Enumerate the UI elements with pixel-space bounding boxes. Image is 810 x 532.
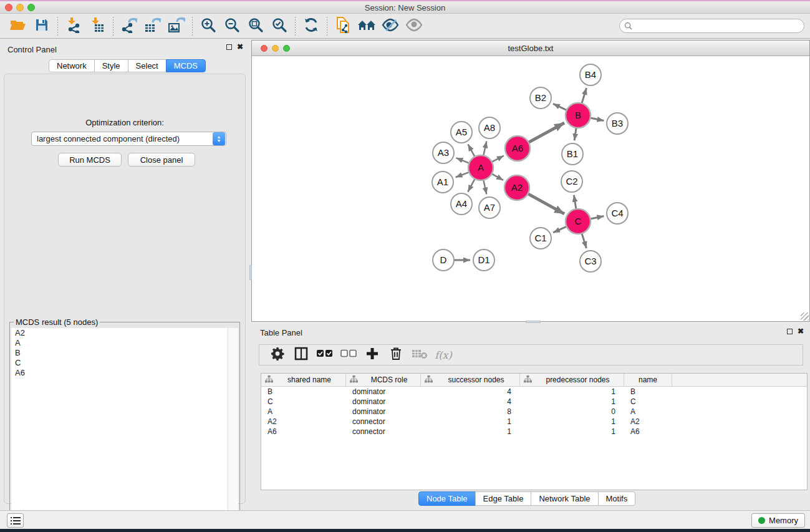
- node-D1[interactable]: D1: [473, 249, 494, 271]
- edge-A2-C[interactable]: [528, 194, 565, 214]
- cell-MCDS-role[interactable]: dominator: [346, 397, 421, 406]
- edge-A-A5[interactable]: [468, 144, 475, 157]
- edge-A-A2[interactable]: [492, 174, 504, 180]
- node-B2[interactable]: B2: [530, 87, 551, 109]
- cell-name[interactable]: A6: [624, 427, 672, 436]
- zoom-in-button[interactable]: [196, 16, 220, 37]
- tab-network[interactable]: Network: [49, 59, 95, 72]
- node-C1[interactable]: C1: [530, 228, 551, 249]
- cell-name[interactable]: A: [624, 407, 672, 416]
- zoom-selected-button[interactable]: [268, 16, 291, 37]
- export-network-button[interactable]: [117, 16, 141, 37]
- table-row[interactable]: A6connector11A6: [261, 427, 807, 437]
- cell-name[interactable]: A2: [624, 417, 672, 426]
- node-C3[interactable]: C3: [580, 251, 601, 272]
- edge-A-A7[interactable]: [483, 180, 486, 195]
- cell-name[interactable]: B: [624, 387, 672, 396]
- save-session-button[interactable]: [30, 16, 54, 37]
- cell-successor-nodes[interactable]: 1: [421, 427, 520, 436]
- close-panel-button[interactable]: Close panel: [128, 153, 195, 167]
- add-column-button[interactable]: [362, 346, 383, 364]
- zoom-fit-button[interactable]: [244, 16, 268, 37]
- mcds-result-item[interactable]: A2: [11, 328, 228, 338]
- table-row[interactable]: Cdominator41C: [261, 397, 807, 407]
- cell-shared-name[interactable]: C: [261, 397, 346, 406]
- float-panel-icon[interactable]: [226, 44, 232, 50]
- delete-column-button[interactable]: [385, 346, 407, 364]
- search-input[interactable]: [632, 21, 804, 31]
- edge-A-A6[interactable]: [492, 156, 504, 162]
- node-A1[interactable]: A1: [432, 172, 453, 193]
- edge-A-A4[interactable]: [468, 179, 475, 192]
- cell-shared-name[interactable]: A6: [261, 427, 346, 436]
- column-header-shared-name[interactable]: shared name: [261, 374, 346, 386]
- edge-B-B2[interactable]: [553, 104, 567, 110]
- run-mcds-button[interactable]: Run MCDS: [58, 153, 122, 167]
- node-B3[interactable]: B3: [607, 113, 628, 134]
- float-panel-icon[interactable]: [787, 329, 793, 334]
- network-window-titlebar[interactable]: testGlobe.txt: [252, 41, 809, 56]
- table-row[interactable]: Bdominator41B: [261, 387, 807, 397]
- column-header-predecessor-nodes[interactable]: predecessor nodes: [520, 374, 624, 386]
- splitpane-handle[interactable]: [526, 321, 541, 323]
- splitpane-handle[interactable]: [249, 265, 252, 280]
- column-visibility-button[interactable]: [291, 346, 312, 364]
- close-panel-icon[interactable]: ✖: [237, 44, 243, 50]
- column-header-successor-nodes[interactable]: successor nodes: [421, 374, 520, 386]
- cell-predecessor-nodes[interactable]: 1: [520, 427, 624, 436]
- table-row[interactable]: A2connector11A2: [261, 417, 807, 427]
- node-C4[interactable]: C4: [607, 203, 628, 224]
- tab-node-table[interactable]: Node Table: [418, 491, 476, 506]
- cell-successor-nodes[interactable]: 4: [421, 387, 520, 396]
- mcds-result-item[interactable]: C: [11, 358, 228, 368]
- cell-successor-nodes[interactable]: 8: [421, 407, 520, 416]
- node-A4[interactable]: A4: [451, 193, 472, 215]
- edge-A-A3[interactable]: [456, 158, 469, 163]
- close-panel-icon[interactable]: ✖: [798, 329, 804, 334]
- node-A[interactable]: A: [468, 155, 493, 180]
- import-table-button[interactable]: [85, 16, 109, 37]
- tab-network-table[interactable]: Network Table: [531, 491, 598, 506]
- open-file-button[interactable]: [6, 16, 30, 37]
- node-A8[interactable]: A8: [479, 117, 500, 138]
- function-builder-button[interactable]: f(x): [433, 346, 454, 364]
- cell-successor-nodes[interactable]: 4: [421, 397, 520, 406]
- cell-shared-name[interactable]: A2: [261, 417, 346, 426]
- network-canvas[interactable]: AA2A6BCA1A3A4A5A7A8B1B2B3B4C1C2C3C4DD1: [252, 56, 809, 321]
- edge-C-C3[interactable]: [582, 233, 586, 248]
- network-graph[interactable]: AA2A6BCA1A3A4A5A7A8B1B2B3B4C1C2C3C4DD1: [252, 56, 809, 321]
- edge-C-C4[interactable]: [591, 216, 604, 219]
- tab-select[interactable]: Select: [128, 59, 166, 72]
- cell-MCDS-role[interactable]: connector: [346, 417, 421, 426]
- node-D[interactable]: D: [433, 249, 454, 271]
- export-table-button[interactable]: [141, 16, 165, 37]
- edge-A6-B[interactable]: [529, 123, 565, 142]
- resize-handle-icon[interactable]: [801, 312, 809, 321]
- node-C2[interactable]: C2: [561, 171, 582, 192]
- node-A2[interactable]: A2: [504, 175, 529, 200]
- tab-mcds[interactable]: MCDS: [166, 59, 206, 72]
- mcds-result-scrollbar[interactable]: [228, 328, 238, 532]
- edge-B-B1[interactable]: [574, 128, 576, 140]
- tab-motifs[interactable]: Motifs: [598, 491, 636, 506]
- delete-table-button[interactable]: [409, 346, 430, 364]
- gear-button[interactable]: [267, 346, 288, 364]
- cell-predecessor-nodes[interactable]: 1: [520, 417, 624, 426]
- cell-shared-name[interactable]: B: [261, 387, 346, 396]
- table-row[interactable]: Adominator80A: [261, 407, 807, 417]
- clone-network-button[interactable]: [331, 16, 355, 37]
- edge-C-C1[interactable]: [553, 226, 567, 233]
- memory-button[interactable]: Memory: [751, 513, 805, 528]
- tab-edge-table[interactable]: Edge Table: [475, 491, 532, 506]
- export-image-button[interactable]: [165, 16, 188, 37]
- node-C[interactable]: C: [566, 209, 591, 234]
- select-all-button[interactable]: [314, 346, 335, 364]
- edge-B-B3[interactable]: [591, 118, 604, 121]
- edge-A-A1[interactable]: [456, 172, 470, 177]
- column-header-MCDS-role[interactable]: MCDS role: [346, 374, 421, 386]
- node-B[interactable]: B: [566, 103, 591, 128]
- cell-shared-name[interactable]: A: [261, 407, 346, 416]
- cell-successor-nodes[interactable]: 1: [421, 417, 520, 426]
- mcds-result-item[interactable]: B: [11, 348, 228, 358]
- node-B1[interactable]: B1: [562, 143, 583, 165]
